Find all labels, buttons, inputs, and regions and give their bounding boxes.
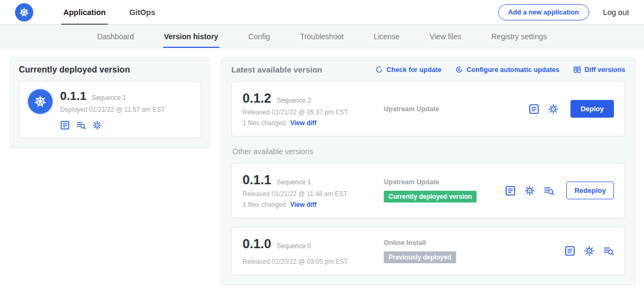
currently-deployed-badge: Currently deployed version bbox=[384, 191, 477, 203]
configure-automatic-updates-link[interactable]: Configure automatic updates bbox=[455, 66, 559, 74]
subnav-label: Config bbox=[248, 32, 270, 41]
subnav-item-registry-settings[interactable]: Registry settings bbox=[491, 25, 548, 48]
subnav-label: View files bbox=[430, 32, 462, 41]
version-number: 0.1.2 bbox=[243, 91, 271, 106]
released-date: Released 01/20/22 @ 03:05 pm EST bbox=[243, 258, 379, 265]
version-source-block: Upstream Update bbox=[379, 105, 529, 113]
preflight-icon[interactable] bbox=[76, 120, 86, 130]
released-date: Released 01/21/22 @ 05:37 pm EST bbox=[243, 109, 379, 116]
available-versions-panel: Latest available version Check for updat… bbox=[221, 57, 635, 285]
view-diff-link[interactable]: View diff bbox=[290, 119, 317, 127]
deployed-panel-title: Currently deployed version bbox=[19, 65, 201, 75]
deploy-button[interactable]: Deploy bbox=[570, 100, 614, 118]
deployed-sequence-label: Sequence 1 bbox=[92, 94, 126, 102]
redeploy-button[interactable]: Redeploy bbox=[566, 182, 614, 199]
release-notes-icon[interactable] bbox=[565, 246, 575, 256]
release-notes-icon[interactable] bbox=[529, 104, 539, 114]
released-date: Released 01/21/22 @ 11:48 am EST bbox=[243, 190, 379, 198]
available-actions: Check for update Configure automatic upd… bbox=[375, 66, 625, 74]
subnav-item-troubleshoot[interactable]: Troubleshoot bbox=[299, 25, 345, 48]
version-actions: Redeploy bbox=[505, 182, 614, 199]
header-right: Add a new application Log out bbox=[498, 4, 629, 20]
version-info: 0.1.0 Sequence 0 Released 01/20/22 @ 03:… bbox=[243, 236, 379, 265]
tab-application[interactable]: Application bbox=[52, 0, 118, 25]
version-number: 0.1.0 bbox=[243, 236, 271, 251]
config-icon[interactable] bbox=[524, 185, 535, 196]
subnav-label: Version history bbox=[164, 32, 218, 41]
subnav-label: Troubleshoot bbox=[300, 32, 343, 41]
version-source: Online Install bbox=[384, 239, 560, 247]
subnav-item-view-files[interactable]: View files bbox=[429, 25, 463, 48]
subnav-item-dashboard[interactable]: Dashboard bbox=[96, 25, 135, 48]
version-source-block: Upstream Update Currently deployed versi… bbox=[379, 178, 505, 203]
auto-update-icon bbox=[455, 66, 463, 74]
subnav-label: License bbox=[374, 32, 399, 41]
deployed-version-info: 0.1.1 Sequence 1 Deployed 01/21/22 @ 11:… bbox=[60, 89, 165, 130]
subnav-item-version-history[interactable]: Version history bbox=[163, 25, 219, 48]
main-content: Currently deployed version 0.1.1 Sequenc… bbox=[0, 48, 644, 285]
version-info: 0.1.2 Sequence 2 Released 01/21/22 @ 05:… bbox=[243, 91, 379, 127]
app-logo-icon bbox=[28, 89, 53, 114]
version-number: 0.1.1 bbox=[243, 172, 271, 187]
diff-versions-label: Diff versions bbox=[584, 66, 625, 74]
version-card-0-1-2: 0.1.2 Sequence 2 Released 01/21/22 @ 05:… bbox=[231, 81, 625, 136]
configure-automatic-updates-label: Configure automatic updates bbox=[466, 66, 559, 74]
preflight-icon[interactable] bbox=[603, 246, 614, 256]
release-notes-icon[interactable] bbox=[60, 120, 70, 130]
add-application-button[interactable]: Add a new application bbox=[498, 4, 589, 20]
release-notes-icon[interactable] bbox=[505, 185, 516, 196]
files-changed-label: 1 files changed bbox=[243, 119, 286, 127]
deployed-date: Deployed 01/21/22 @ 11:57 am EST bbox=[60, 106, 165, 113]
subnav-label: Registry settings bbox=[492, 32, 547, 41]
version-source: Upstream Update bbox=[384, 178, 501, 186]
check-for-update-link[interactable]: Check for update bbox=[375, 66, 441, 74]
subnav-item-license[interactable]: License bbox=[372, 25, 400, 48]
diff-versions-link[interactable]: Diff versions bbox=[573, 66, 625, 74]
version-actions: Deploy bbox=[529, 100, 614, 118]
config-icon[interactable] bbox=[548, 104, 559, 114]
sequence-label: Sequence 2 bbox=[276, 97, 311, 104]
sequence-label: Sequence 1 bbox=[276, 178, 311, 186]
check-for-update-label: Check for update bbox=[386, 66, 441, 74]
top-header: Application GitOps Add a new application… bbox=[0, 0, 644, 25]
deployed-version-number: 0.1.1 bbox=[60, 89, 86, 103]
files-changed-label: 1 files changed bbox=[243, 201, 286, 208]
other-versions-title: Other available versions bbox=[232, 147, 624, 156]
version-info: 0.1.1 Sequence 1 Released 01/21/22 @ 11:… bbox=[243, 172, 379, 208]
logout-link[interactable]: Log out bbox=[603, 8, 629, 17]
refresh-icon bbox=[375, 66, 383, 74]
previously-deployed-badge: Previously deployed bbox=[384, 251, 456, 263]
app-subnav: Dashboard Version history Config Trouble… bbox=[0, 25, 644, 48]
version-card-0-1-1: 0.1.1 Sequence 1 Released 01/21/22 @ 11:… bbox=[231, 163, 625, 218]
config-icon[interactable] bbox=[92, 120, 102, 130]
tab-gitops[interactable]: GitOps bbox=[118, 0, 167, 25]
deployed-icon-row bbox=[60, 120, 165, 130]
available-panel-title: Latest available version bbox=[231, 65, 322, 74]
view-diff-link[interactable]: View diff bbox=[290, 201, 317, 208]
diff-icon bbox=[573, 66, 581, 74]
currently-deployed-panel: Currently deployed version 0.1.1 Sequenc… bbox=[10, 57, 210, 148]
available-header: Latest available version Check for updat… bbox=[231, 65, 625, 74]
version-card-0-1-0: 0.1.0 Sequence 0 Released 01/20/22 @ 03:… bbox=[231, 227, 625, 275]
tab-application-label: Application bbox=[63, 8, 106, 17]
version-source: Upstream Update bbox=[384, 105, 524, 113]
subnav-item-config[interactable]: Config bbox=[247, 25, 271, 48]
deployed-version-card: 0.1.1 Sequence 1 Deployed 01/21/22 @ 11:… bbox=[19, 81, 201, 138]
version-source-block: Online Install Previously deployed bbox=[379, 239, 565, 263]
tab-gitops-label: GitOps bbox=[129, 8, 155, 17]
subnav-label: Dashboard bbox=[97, 32, 134, 41]
sequence-label: Sequence 0 bbox=[276, 242, 311, 250]
config-icon[interactable] bbox=[584, 246, 595, 256]
preflight-icon[interactable] bbox=[544, 185, 554, 196]
version-actions bbox=[565, 246, 614, 256]
header-tabs: Application GitOps bbox=[52, 0, 167, 25]
kubernetes-logo-icon bbox=[15, 3, 33, 21]
